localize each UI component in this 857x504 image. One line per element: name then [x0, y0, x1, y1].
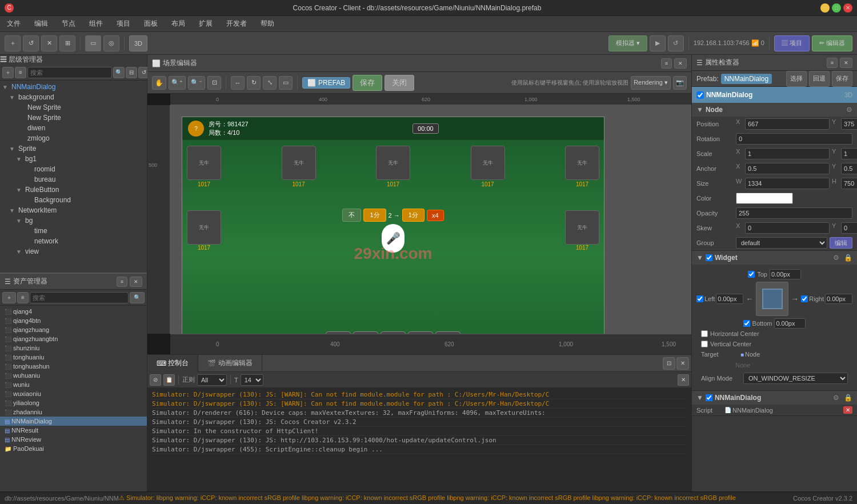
anchor-x-input[interactable]: [745, 163, 830, 174]
asset-item-yiliaolong[interactable]: ⬛ yiliaolong: [0, 398, 147, 407]
right-value[interactable]: [825, 294, 852, 304]
tree-item-bg[interactable]: ▼ bg: [0, 215, 147, 226]
tree-item-roomid[interactable]: ▶ roomid: [0, 164, 147, 174]
menu-edit[interactable]: 编辑: [32, 18, 50, 30]
tree-item-rulebutton[interactable]: ▼ RuleButton: [0, 185, 147, 195]
widget-section-header[interactable]: ▼ Widget ⚙ 🔒: [692, 251, 857, 265]
font-size-select[interactable]: 14 12 16: [241, 374, 263, 386]
circle-tool[interactable]: ◎: [103, 35, 119, 51]
widget-enabled-checkbox[interactable]: [706, 254, 712, 261]
prefab-save-btn[interactable]: 保存: [832, 71, 852, 87]
tree-item-bg1[interactable]: ▼ bg1: [0, 154, 147, 164]
assets-search-btn[interactable]: 🔍: [130, 292, 145, 303]
asset-item-qiang4[interactable]: ⬛ qiang4: [0, 307, 147, 316]
asset-item-NNResult[interactable]: ▤ NNResult: [0, 426, 147, 435]
asset-item-wuniu[interactable]: ⬛ wuniu: [0, 380, 147, 389]
nn-gear-icon[interactable]: ⚙: [833, 394, 839, 402]
scale-x-input[interactable]: [745, 148, 830, 159]
right-checkbox[interactable]: [801, 295, 808, 302]
assets-sort-btn[interactable]: ≡: [17, 292, 29, 303]
tree-item-new-sprite-2[interactable]: ▶ New Sprite: [0, 113, 147, 123]
assets-close-btn[interactable]: ✕: [130, 277, 142, 287]
log-filter-select[interactable]: All Info Warn Error: [197, 374, 227, 386]
minimize-btn[interactable]: −: [820, 3, 830, 13]
tree-item-networkitem[interactable]: ▼ NetworkItem: [0, 205, 147, 215]
group-edit-btn[interactable]: 编辑: [830, 237, 852, 249]
top-value[interactable]: [770, 269, 801, 279]
menu-node[interactable]: 节点: [59, 18, 78, 30]
prefab-select-btn[interactable]: 选择: [786, 71, 807, 87]
hierarchy-add-btn[interactable]: ＋: [2, 67, 14, 78]
tree-item-new-sprite-1[interactable]: ▶ New Sprite: [0, 102, 147, 113]
group-select[interactable]: default: [736, 237, 827, 249]
asset-item-tonghuashun[interactable]: ⬛ tonghuashun: [0, 362, 147, 371]
hierarchy-search-btn[interactable]: 🔍: [113, 67, 125, 78]
console-content[interactable]: Simulator: D/jswrapper (130): JS: [WARN]…: [147, 388, 691, 491]
camera-btn[interactable]: 📷: [673, 76, 687, 90]
prefab-revert-btn[interactable]: 回退: [809, 71, 830, 87]
console-clear-all-btn[interactable]: ✕: [678, 374, 689, 386]
console-clear-btn[interactable]: ⊘: [150, 374, 161, 386]
script-badge[interactable]: ✕: [843, 406, 852, 414]
v-center-checkbox[interactable]: [701, 341, 708, 347]
size-h-input[interactable]: [841, 178, 857, 189]
tree-item-view[interactable]: ▼ view: [0, 246, 147, 257]
node-enabled-checkbox[interactable]: [696, 91, 704, 99]
menu-project[interactable]: 项目: [114, 18, 133, 30]
zoom-fit-btn[interactable]: ⊡: [207, 76, 221, 90]
scale-tool[interactable]: ⤡: [263, 76, 277, 90]
left-checkbox[interactable]: [696, 295, 703, 302]
save-prefab-btn[interactable]: 保存: [353, 75, 382, 91]
nn-lock-icon[interactable]: 🔒: [844, 394, 852, 402]
menu-extend[interactable]: 扩展: [197, 18, 215, 30]
tree-item-sprite[interactable]: ▼ Sprite: [0, 143, 147, 154]
undo-btn[interactable]: ↺: [23, 35, 39, 51]
hierarchy-search[interactable]: [27, 67, 112, 78]
position-x-input[interactable]: [745, 118, 830, 130]
close-btn[interactable]: ✕: [843, 3, 852, 13]
scene-view[interactable]: 0 400 620 1,000 1,500 500 ? 房号：981427局数：…: [147, 94, 691, 354]
game-canvas[interactable]: ? 房号：981427局数：4/10 00:00 无牛 1017 无: [182, 117, 604, 334]
skew-y-input[interactable]: [841, 222, 857, 234]
tree-item-background[interactable]: ▼ background: [0, 92, 147, 102]
asset-item-zhadanniu[interactable]: ⬛ zhadanniu: [0, 407, 147, 417]
skew-x-input[interactable]: [745, 222, 830, 234]
rect-tool[interactable]: ▭: [85, 35, 101, 51]
asset-item-NNReview[interactable]: ▤ NNReview: [0, 435, 147, 444]
scene-canvas-area[interactable]: ? 房号：981427局数：4/10 00:00 无牛 1017 无: [170, 105, 691, 334]
scale-y-input[interactable]: [841, 148, 857, 159]
color-swatch[interactable]: [736, 193, 793, 204]
scene-close-btn[interactable]: ✕: [674, 58, 687, 69]
zoom-out-btn[interactable]: 🔍⁻: [188, 76, 205, 90]
menu-file[interactable]: 文件: [5, 18, 23, 30]
play-btn[interactable]: ▶: [650, 35, 666, 51]
rect-select-tool[interactable]: ▭: [279, 76, 293, 90]
tree-item-NNMainDialog[interactable]: ▼ NNMainDialog: [0, 82, 147, 92]
asset-item-NNMainDialog[interactable]: ▤ NNMainDialog: [0, 417, 147, 426]
anchor-y-input[interactable]: [841, 163, 857, 174]
menu-help[interactable]: 帮助: [258, 18, 277, 30]
tree-item-background-node[interactable]: ▶ Background: [0, 195, 147, 205]
tree-item-zmlogo[interactable]: ▶ zmlogo: [0, 133, 147, 143]
widget-gear-icon[interactable]: ⚙: [833, 254, 839, 262]
tree-item-time[interactable]: ▶ time: [0, 226, 147, 236]
asset-item-qiangzhuangbtn[interactable]: ⬛ qiangzhuangbtn: [0, 334, 147, 343]
project-btn[interactable]: ▤ 项目: [774, 35, 810, 51]
align-mode-select[interactable]: ON_WINDOW_RESIZE ALWAYS ONCE: [743, 373, 848, 384]
assets-search[interactable]: [30, 292, 129, 303]
nn-enabled-checkbox[interactable]: [706, 394, 712, 401]
zoom-in-btn[interactable]: 🔍⁺: [169, 76, 186, 90]
rendering-btn[interactable]: Rendering ▾: [631, 76, 671, 90]
tree-item-bureau[interactable]: ▶ bureau: [0, 174, 147, 185]
h-center-checkbox[interactable]: [701, 330, 708, 337]
node-section-header[interactable]: ▼ Node ⚙: [692, 103, 857, 117]
move-tool[interactable]: ↔: [231, 76, 245, 90]
left-value[interactable]: [716, 294, 743, 304]
nn-section-header[interactable]: ▼ NNMainDialog ⚙ 🔒: [692, 391, 857, 405]
inspector-close-btn[interactable]: ✕: [840, 58, 852, 68]
console-close-btn[interactable]: ✕: [676, 357, 689, 370]
bottom-value[interactable]: [774, 318, 806, 329]
assets-layout-btn[interactable]: ≡: [117, 277, 127, 287]
asset-item-PaoDekuai[interactable]: 📁 PaoDekuai: [0, 444, 147, 453]
bottom-checkbox[interactable]: [743, 320, 750, 327]
